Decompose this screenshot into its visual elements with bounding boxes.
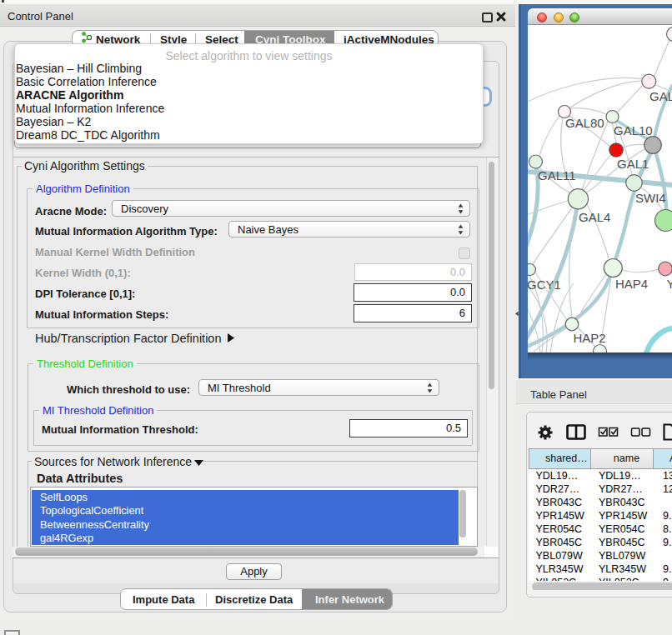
svg-text:GAL80: GAL80 xyxy=(565,116,604,130)
svg-text:GAL1: GAL1 xyxy=(617,157,649,171)
svg-text:GAL11: GAL11 xyxy=(538,168,576,182)
svg-text:GAL7: GAL7 xyxy=(649,89,672,103)
svg-text:HAP2: HAP2 xyxy=(574,331,606,345)
svg-text:HAP4: HAP4 xyxy=(615,277,648,291)
svg-text:GCY1: GCY1 xyxy=(528,278,561,292)
svg-text:SWI4: SWI4 xyxy=(635,191,666,205)
svg-text:GAL4: GAL4 xyxy=(579,210,610,224)
svg-text:GAL10: GAL10 xyxy=(614,123,653,138)
svg-text:YM: YM xyxy=(667,277,672,291)
